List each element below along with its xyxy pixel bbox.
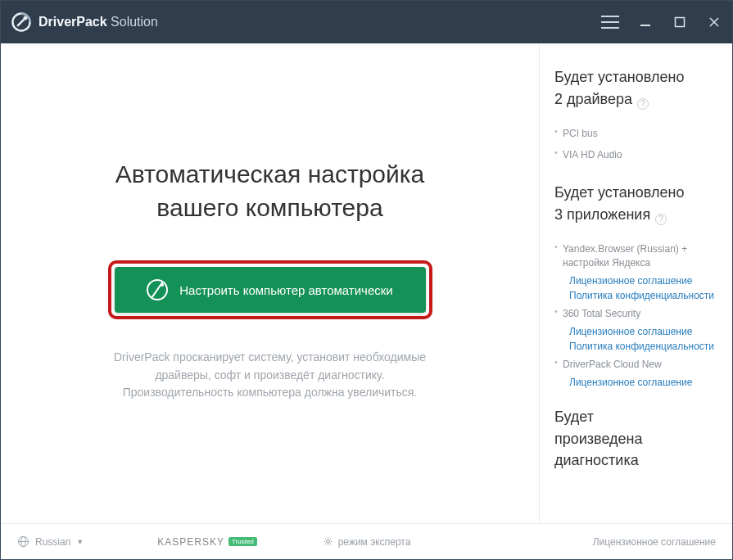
svg-line-18 (324, 544, 325, 544)
driver-item: VIA HD Audio (554, 144, 719, 165)
title-bar: DriverPack Solution (1, 1, 732, 43)
desc-line1: DriverPack просканирует систему, установ… (114, 349, 426, 367)
desc-line2: драйверы, софт и произведёт диагностику. (114, 367, 426, 385)
page-title: Автоматическая настройка вашего компьюте… (115, 158, 424, 224)
privacy-link[interactable]: Политика конфиденциальности (554, 339, 719, 354)
footer-license-link[interactable]: Лицензионное соглашение (593, 536, 716, 548)
compass-icon (147, 279, 168, 300)
license-link[interactable]: Лицензионное соглашение (554, 273, 719, 288)
diag-heading-l1: Будет (554, 408, 719, 427)
drivers-section: Будет установлено 2 драйвера ? PCI bus V… (554, 68, 719, 165)
trusted-badge: Trusted (228, 537, 257, 546)
chevron-down-icon: ▼ (76, 538, 84, 546)
maximize-button[interactable] (672, 14, 688, 30)
close-button[interactable] (706, 14, 722, 30)
app-item: DriverPack Cloud New (554, 354, 719, 375)
gear-icon (323, 536, 333, 547)
svg-line-16 (330, 544, 331, 544)
diagnostics-section: Будет произведена диагностика (554, 408, 719, 470)
minimize-button[interactable] (637, 14, 654, 30)
headline-line2: вашего компьютера (115, 192, 424, 225)
language-selector[interactable]: Russian ▼ (17, 535, 84, 548)
drivers-heading-l1: Будет установлено (554, 68, 719, 87)
help-icon[interactable]: ? (655, 214, 667, 225)
apps-heading-l1: Будет установлено (554, 183, 719, 202)
help-icon[interactable]: ? (637, 98, 649, 110)
expert-mode-button[interactable]: режим эксперта (323, 536, 411, 548)
driver-item: PCI bus (554, 123, 719, 144)
drivers-heading-l2: 2 драйвера (554, 90, 632, 109)
cta-highlight: Настроить компьютер автоматически (108, 260, 432, 319)
svg-line-17 (330, 539, 331, 540)
auto-configure-button[interactable]: Настроить компьютер автоматически (115, 267, 426, 313)
license-link[interactable]: Лицензионное соглашение (554, 324, 719, 339)
desc-line3: Производительность компьютера должна уве… (114, 384, 426, 402)
globe-icon (17, 535, 29, 548)
description-text: DriverPack просканирует систему, установ… (114, 349, 426, 402)
app-name-thin: Solution (111, 15, 158, 29)
side-panel: Будет установлено 2 драйвера ? PCI bus V… (539, 43, 732, 523)
svg-point-10 (326, 540, 329, 544)
license-link[interactable]: Лицензионное соглашение (554, 375, 719, 390)
kaspersky-text: KASPERSKY (157, 536, 224, 548)
app-item: Yandex.Browser (Russian) + настройки Янд… (554, 238, 719, 273)
menu-button[interactable] (601, 16, 619, 29)
cta-label: Настроить компьютер автоматически (179, 283, 392, 297)
diag-heading-l2: произведена (554, 430, 719, 449)
kaspersky-badge: KASPERSKY Trusted (157, 536, 257, 548)
app-name: DriverPack Solution (38, 15, 158, 29)
driverpack-logo-icon (11, 11, 32, 33)
app-item: 360 Total Security (554, 303, 719, 324)
main-panel: Автоматическая настройка вашего компьюте… (1, 43, 539, 523)
expert-label: режим эксперта (338, 536, 411, 548)
diag-heading-l3: диагностика (554, 451, 719, 470)
svg-line-15 (324, 539, 325, 540)
privacy-link[interactable]: Политика конфиденциальности (554, 288, 719, 303)
app-logo: DriverPack Solution (11, 11, 158, 33)
apps-heading-l2: 3 приложения (554, 205, 650, 224)
svg-point-2 (23, 16, 27, 20)
footer-bar: Russian ▼ KASPERSKY Trusted режим экспер… (1, 523, 732, 559)
apps-section: Будет установлено 3 приложения ? Yandex.… (554, 183, 719, 390)
language-label: Russian (35, 536, 70, 548)
svg-rect-4 (676, 18, 685, 27)
headline-line1: Автоматическая настройка (115, 158, 424, 192)
app-name-bold: DriverPack (38, 15, 107, 29)
